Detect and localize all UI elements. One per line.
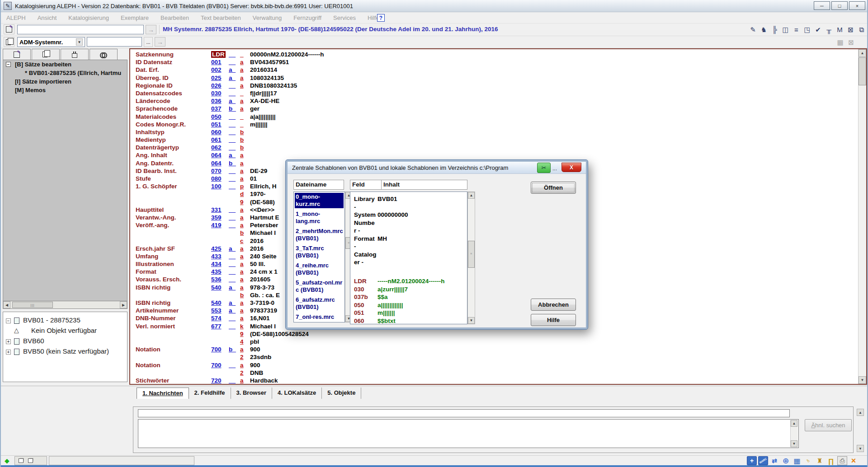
sync-icon[interactable]: ⇄ — [769, 456, 779, 465]
template-file-item[interactable]: 1_mono-lang.mrc (BVB01) — [295, 210, 344, 225]
editor-vscrollbar[interactable]: ▲ ▼ — [858, 49, 866, 384]
field-indicators[interactable]: __ — [229, 214, 236, 221]
close-button[interactable]: × — [849, 1, 865, 10]
subfield-code[interactable]: a — [240, 222, 244, 229]
check-record-icon[interactable]: ✔ — [813, 24, 823, 35]
subfield-code[interactable]: c — [240, 238, 244, 244]
subfield-code[interactable]: a — [240, 245, 244, 252]
tree-item[interactable]: + BVB60 — [3, 336, 127, 346]
field-indicators[interactable]: a_ — [229, 152, 236, 159]
close-all-records-icon[interactable]: ⧉ — [856, 24, 867, 35]
field-value[interactable]: 900 — [250, 362, 260, 369]
field-tag[interactable]: 433 — [211, 253, 222, 260]
field-indicators[interactable]: __ — [229, 51, 236, 58]
weights-icon[interactable]: ♜ — [815, 456, 825, 465]
field-value[interactable]: 900 — [250, 346, 260, 353]
subfield-code[interactable]: a — [240, 261, 244, 267]
subfield-code[interactable]: a — [240, 206, 244, 213]
field-tag[interactable]: 026 — [211, 82, 222, 89]
template-file-item[interactable]: 4_reihe.mrc (BVB01) — [295, 262, 344, 277]
tab-import-records[interactable] — [61, 49, 89, 60]
field-tag[interactable]: 100 — [211, 183, 222, 190]
field-value[interactable]: Gb. : ca. E — [250, 292, 280, 299]
field-value[interactable]: 201605 — [250, 276, 270, 283]
field-value[interactable]: (DE-588)1005428524 — [250, 331, 309, 337]
close-record-icon[interactable]: ⊠ — [845, 24, 856, 35]
scroll-down-icon[interactable]: ▼ — [791, 440, 797, 447]
field-indicators[interactable]: __ — [229, 121, 236, 128]
subfield-code[interactable]: a — [240, 214, 244, 221]
cancel-button[interactable]: Abbrechen — [531, 299, 576, 311]
field-value[interactable]: Hardback — [250, 377, 278, 384]
tab-search[interactable] — [90, 49, 118, 60]
menu-item[interactable]: Verwaltung — [253, 14, 282, 21]
scroll-thumb[interactable] — [859, 57, 866, 85]
subfield-code[interactable]: a — [240, 105, 244, 112]
menu-item[interactable]: Fernzugriff — [293, 14, 321, 21]
field-value[interactable]: 1970- — [250, 191, 266, 197]
scroll-down-icon[interactable]: ▼ — [468, 317, 475, 324]
close-disabled-icon[interactable]: ⊠ — [846, 37, 856, 47]
bottom-tab[interactable]: 2. Feldhilfe — [189, 388, 231, 399]
subfield-code[interactable]: d — [240, 191, 244, 197]
subfield-code[interactable]: _ — [240, 90, 244, 97]
messages-scrollbar[interactable]: ▲ ▼ — [790, 420, 798, 447]
record-search-input[interactable] — [17, 25, 144, 34]
subfield-code[interactable]: 9 — [240, 199, 244, 205]
field-indicators[interactable]: __ — [229, 82, 236, 89]
bottom-tab[interactable]: 5. Objekte — [322, 388, 361, 399]
field-tag[interactable]: 001 — [211, 59, 222, 65]
field-row[interactable]: Dat. Erf. 002 a_ a 20160314 — [131, 66, 857, 74]
menu-item[interactable]: Bearbeiten — [160, 14, 189, 21]
field-indicators[interactable]: __ — [229, 136, 236, 143]
template-file-item[interactable]: 6_aufsatz.mrc (BVB01) — [295, 296, 344, 311]
field-tag[interactable]: 540 — [211, 284, 222, 291]
field-indicators[interactable]: a_ — [229, 98, 236, 104]
field-value[interactable]: 2016 — [250, 238, 264, 244]
subfield-code[interactable]: a — [240, 299, 244, 306]
subfield-code[interactable]: a — [240, 59, 244, 65]
subfield-code[interactable]: a — [240, 315, 244, 322]
field-value[interactable]: 00000nM2.01200024------h — [250, 51, 324, 58]
split-editor-icon[interactable]: ╥ — [824, 24, 834, 35]
field-tag[interactable]: 536 — [211, 276, 222, 283]
field-indicators[interactable]: a_ — [229, 245, 236, 252]
field-indicators[interactable]: __ — [229, 206, 236, 213]
field-value[interactable]: 978-3-73 — [250, 284, 274, 291]
scroll-up-icon[interactable]: ▲ — [857, 409, 864, 416]
field-value[interactable]: 20160314 — [250, 66, 277, 73]
field-row[interactable]: Codes Monogr.R. 051 __ _ m||||||| — [131, 121, 857, 129]
subfield-code[interactable]: b — [240, 229, 244, 236]
field-value[interactable]: BV043457951 — [250, 59, 289, 65]
copy-record-button[interactable] — [4, 37, 14, 47]
field-tag[interactable]: 036 — [211, 98, 222, 104]
tree-item[interactable]: − [B] Sätze bearbeiten — [3, 60, 127, 69]
tree-item[interactable]: [M] Memos — [3, 86, 127, 94]
subfield-code[interactable]: a — [240, 175, 244, 182]
dialog-title-bar[interactable]: Zentrale Schablonen von BVB01 und lokale… — [288, 162, 586, 174]
dialog-close-button[interactable]: X — [561, 163, 581, 172]
field-indicators[interactable]: __ — [229, 268, 236, 275]
field-tag[interactable]: 359 — [211, 214, 222, 221]
expander-icon[interactable]: + — [6, 350, 11, 355]
field-tag[interactable]: 064 — [211, 160, 222, 167]
minimize-button[interactable]: ─ — [814, 1, 830, 10]
scroll-up-icon[interactable]: ▲ — [791, 420, 797, 427]
field-value[interactable]: f||dr|||||17 — [250, 90, 277, 97]
inhalt-column-header[interactable]: Inhalt — [381, 180, 467, 190]
field-value[interactable]: Ellrich, H — [250, 183, 277, 190]
field-tag[interactable]: 037 — [211, 105, 222, 112]
field-row[interactable]: Medientyp 061 __ b — [131, 136, 857, 144]
tree-item[interactable]: − BVB01 - 28875235 — [3, 315, 127, 325]
move-icon[interactable]: + — [747, 456, 757, 465]
menu-item[interactable]: Text bearbeiten — [201, 14, 241, 21]
subfield-code[interactable]: a — [240, 98, 244, 104]
field-row[interactable]: Datensatzcodes 030 __ _ f||dr|||||17 — [131, 90, 857, 98]
field-indicators[interactable]: __ — [229, 261, 236, 267]
field-value[interactable]: DNB1080324135 — [250, 82, 297, 89]
feld-column-header[interactable]: Feld — [350, 180, 382, 190]
field-indicators[interactable]: __ — [229, 183, 236, 190]
subfield-code[interactable]: a — [240, 268, 244, 275]
subfield-code[interactable]: 2 — [240, 354, 244, 360]
field-value[interactable]: Hartmut E — [250, 214, 279, 221]
